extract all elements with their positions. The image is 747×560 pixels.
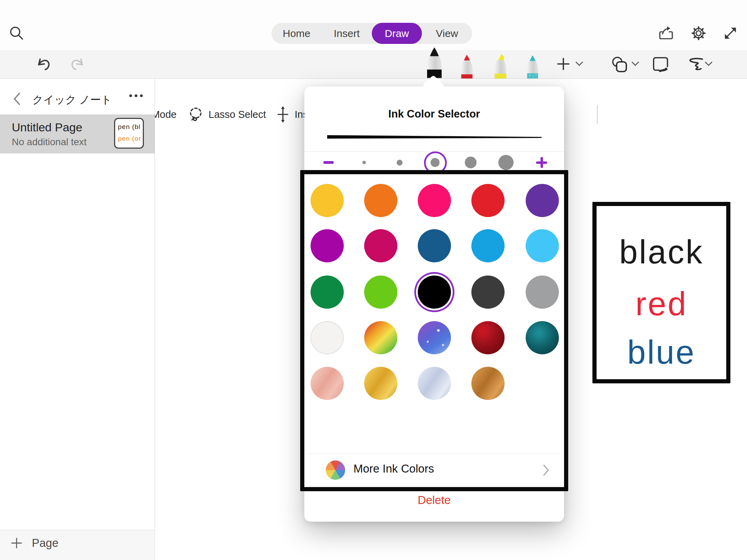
settings-gear-icon[interactable]	[690, 25, 707, 41]
tab-view[interactable]: View	[422, 23, 472, 44]
page-list-sidebar: クイック ノート ••• Untitled Page No additional…	[0, 79, 155, 560]
stroke-size-option-3[interactable]	[427, 152, 443, 173]
chevron-down-icon[interactable]	[704, 60, 713, 67]
chevron-down-icon[interactable]	[631, 60, 640, 67]
page-subtitle: No additional text	[12, 137, 86, 148]
lasso-select-button[interactable]: Lasso Select	[188, 100, 266, 129]
stroke-size-selector	[320, 152, 550, 173]
decrease-size-button[interactable]	[320, 152, 337, 173]
page-thumbnail: pen (blpen (or	[114, 118, 144, 149]
ink-word-black: black	[597, 233, 726, 271]
ink-to-text-button[interactable]	[652, 55, 670, 74]
chevron-down-icon[interactable]	[575, 60, 584, 67]
delete-pen-button[interactable]: Delete	[304, 494, 564, 507]
black-pen[interactable]	[424, 45, 445, 78]
size-dot	[362, 161, 366, 164]
sidebar-footer: Page	[0, 530, 154, 560]
thumbnail-ink-text: pen (bl	[118, 121, 143, 133]
stroke-size-option-2[interactable]	[391, 152, 408, 173]
lasso-select-label: Lasso Select	[209, 109, 266, 120]
red-pen[interactable]	[458, 54, 476, 78]
ink-word-blue: blue	[597, 333, 726, 371]
more-options-icon[interactable]: •••	[129, 90, 145, 102]
ribbon-divider	[597, 105, 598, 124]
lasso-icon	[188, 106, 204, 123]
page-title: Untitled Page	[12, 121, 82, 134]
draw-ribbon: T Text Mode Lasso Select Insert Space	[0, 50, 747, 79]
galaxy-pencil[interactable]	[524, 54, 542, 78]
size-dot	[465, 157, 477, 168]
stroke-preview	[327, 133, 542, 140]
add-pen-button[interactable]	[556, 56, 571, 72]
annotation-box-ink-words: blackredblue	[592, 202, 730, 383]
tab-draw[interactable]: Draw	[372, 23, 422, 44]
tab-insert[interactable]: Insert	[322, 23, 372, 44]
size-dot	[498, 155, 514, 170]
page-list-item[interactable]: Untitled Page No additional text pen (bl…	[0, 114, 155, 153]
shapes-button[interactable]	[610, 55, 629, 74]
stroke-size-option-5[interactable]	[498, 152, 514, 173]
ribbon-tab-strip: HomeInsertDrawView	[271, 23, 472, 44]
increase-size-button[interactable]	[533, 152, 550, 173]
add-page-label: Page	[32, 536, 58, 550]
annotation-box-color-grid	[300, 170, 568, 491]
top-bar: HomeInsertDrawView	[0, 0, 747, 50]
share-icon[interactable]	[658, 25, 674, 41]
popover-title: Ink Color Selector	[304, 108, 564, 120]
stroke-size-option-4[interactable]	[462, 152, 479, 173]
yellow-highlighter[interactable]	[491, 53, 510, 78]
search-icon[interactable]	[8, 25, 25, 41]
redo-button[interactable]	[69, 56, 85, 73]
add-page-button[interactable]: Page	[10, 536, 58, 550]
thumbnail-ink-text: pen (or	[118, 133, 143, 144]
ink-word-red: red	[597, 285, 726, 323]
tab-home[interactable]: Home	[271, 23, 322, 44]
sidebar-header: クイック ノート •••	[0, 87, 155, 111]
size-dot	[397, 160, 403, 166]
stroke-size-option-1[interactable]	[356, 152, 372, 173]
expand-icon[interactable]	[722, 25, 739, 41]
undo-button[interactable]	[36, 56, 52, 73]
size-dot	[431, 158, 440, 167]
notebook-title: クイック ノート	[21, 93, 123, 107]
plus-icon	[10, 537, 23, 549]
insert-space-icon	[276, 105, 290, 123]
ink-replay-button[interactable]	[685, 57, 704, 72]
